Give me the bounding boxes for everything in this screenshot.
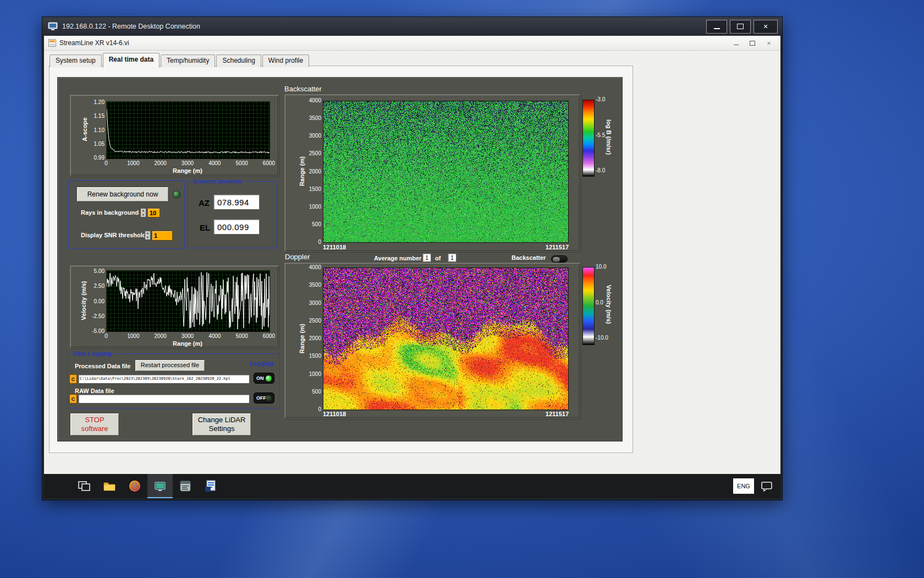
axis-tick: 1000 xyxy=(309,204,321,210)
a-scope-plot xyxy=(106,101,270,159)
axis-tick: 0 xyxy=(318,239,321,245)
axis-tick: 1.15 xyxy=(94,113,105,119)
axis-tick: 2.50 xyxy=(94,283,105,289)
restart-processed-file-button[interactable]: Restart processed file xyxy=(135,359,205,372)
stop-software-button[interactable]: STOPsoftware xyxy=(70,413,119,436)
backscatter-colorbar xyxy=(582,100,595,177)
axis-tick: -2.50 xyxy=(92,313,105,319)
restore-icon xyxy=(750,41,755,46)
a-scope-chart-panel: A-scope 1.201.151.101.050.99 01000200030… xyxy=(70,95,279,176)
tab-temp-humidity[interactable]: Temp/humidity xyxy=(161,54,215,67)
axis-tick: 3500 xyxy=(309,115,321,121)
minimize-icon xyxy=(714,28,720,29)
raw-path-drive-selector[interactable]: C xyxy=(69,394,77,403)
axis-tick: 2000 xyxy=(152,333,169,339)
snr-value-field[interactable]: 1 xyxy=(152,231,173,241)
axis-tick: 0 xyxy=(98,333,114,339)
remote-taskbar: ENG xyxy=(44,474,780,498)
spin-up-icon[interactable]: ▲ xyxy=(142,209,145,212)
axis-tick: 0 xyxy=(98,160,114,166)
axis-tick: 1.10 xyxy=(94,127,105,133)
rays-value-field[interactable]: 10 xyxy=(147,208,160,217)
axis-tick: 2000 xyxy=(309,168,321,175)
rdp-minimize-button[interactable] xyxy=(706,20,727,34)
renew-background-button[interactable]: Renew background now xyxy=(76,187,169,202)
app-minimize-button[interactable] xyxy=(728,37,744,48)
scanner-position-title: Scanner position xyxy=(191,178,243,184)
real-time-data-page: A-scope 1.201.151.101.050.99 01000200030… xyxy=(49,66,633,453)
tab-wind-profile[interactable]: Wind profile xyxy=(262,54,309,67)
backscatter-colorbar-label: log B (/m/sr) xyxy=(606,119,612,155)
axis-tick: 1000 xyxy=(309,371,321,377)
backscatter-toggle-label: Backscatter xyxy=(512,254,546,261)
axis-tick: 1000 xyxy=(125,333,141,339)
change-lidar-settings-button[interactable]: Change LiDARSettings xyxy=(192,413,251,436)
rdp-titlebar[interactable]: 192.168.0.122 - Remote Desktop Connectio… xyxy=(42,17,782,36)
data-logging-group: Data Logging Processed Data file Restart… xyxy=(67,353,280,408)
velocity-chart-panel: Velocity (m/s) 5.002.500.00-2.50-5.00 01… xyxy=(70,265,279,348)
snr-spinner[interactable]: ▲▼ xyxy=(145,231,151,240)
axis-tick: 3000 xyxy=(179,333,196,339)
app-close-button[interactable]: × xyxy=(761,37,777,48)
vi-document-icon xyxy=(48,39,56,47)
rdp-window-title: 192.168.0.122 - Remote Desktop Connectio… xyxy=(62,23,703,30)
taskbar-tray: ENG xyxy=(733,478,773,494)
remote-app-monitor-icon xyxy=(153,479,167,493)
average-total-field[interactable]: 1 xyxy=(448,253,457,262)
processed-logging-toggle[interactable]: ON xyxy=(254,373,274,384)
raw-logging-toggle[interactable]: OFF xyxy=(254,392,274,403)
average-number-field[interactable]: 1 xyxy=(422,253,431,262)
processed-path-field[interactable]: C:\Lidar\Data\Proc\2023\202309\20230920\… xyxy=(78,374,250,384)
az-label: AZ xyxy=(199,198,210,208)
scan-scheduler-button[interactable] xyxy=(173,474,198,498)
processed-path-drive-selector[interactable]: C xyxy=(69,374,77,384)
firefox-button[interactable] xyxy=(122,474,147,498)
tab-system-setup[interactable]: System setup xyxy=(50,54,102,67)
app-restore-button[interactable] xyxy=(744,37,761,48)
rdp-maximize-button[interactable] xyxy=(730,20,751,34)
scan-scheduler-icon xyxy=(178,479,193,493)
axis-tick: 5000 xyxy=(234,160,250,166)
language-indicator[interactable]: ENG xyxy=(733,478,754,494)
tab-scheduling[interactable]: Scheduling xyxy=(216,54,261,67)
logging-label: Logging xyxy=(248,360,275,367)
toggle-knob xyxy=(553,257,560,262)
file-explorer-button[interactable] xyxy=(97,474,122,498)
spin-down-icon[interactable]: ▼ xyxy=(142,214,145,216)
backscatter-heading: Backscatter xyxy=(284,85,322,93)
raw-data-file-label: RAW Data file xyxy=(75,388,114,394)
time-axis-end: 1211517 xyxy=(546,411,569,417)
axis-tick: 10.0 xyxy=(596,264,606,270)
axis-tick: 2500 xyxy=(309,318,321,324)
axis-tick: 3500 xyxy=(309,282,321,288)
rdp-computer-icon xyxy=(48,22,58,31)
velocity-x-ticks: 0100020003000400050006000 xyxy=(98,333,277,339)
chat-notification-icon[interactable] xyxy=(761,481,773,492)
rdp-close-button[interactable]: × xyxy=(754,20,778,34)
spin-down-icon[interactable]: ▼ xyxy=(146,236,149,239)
remote-desktop-session: StreamLine XR v14-6.vi × System setup Re… xyxy=(44,36,780,498)
raw-path-field[interactable] xyxy=(78,394,250,403)
backscatter-display-toggle[interactable] xyxy=(551,255,568,263)
streamline-app-window: StreamLine XR v14-6.vi × System setup Re… xyxy=(44,36,780,498)
blue-lines-app-button[interactable] xyxy=(198,474,223,498)
rays-spinner[interactable]: ▲▼ xyxy=(140,208,146,217)
axis-tick: 6000 xyxy=(261,160,277,166)
axis-tick: 500 xyxy=(312,221,321,227)
axis-tick: 0 xyxy=(318,406,321,412)
axis-tick: 0.0 xyxy=(596,299,603,306)
snr-threshold-label: Display SNR threshold xyxy=(81,232,146,238)
axis-tick: 5.00 xyxy=(94,268,105,274)
taskbar-icons xyxy=(72,474,223,498)
axis-tick: 1000 xyxy=(125,160,141,166)
rdp-window: 192.168.0.122 - Remote Desktop Connectio… xyxy=(42,17,783,500)
remote-app-button[interactable] xyxy=(147,474,173,498)
axis-tick: 500 xyxy=(312,389,321,395)
app-titlebar[interactable]: StreamLine XR v14-6.vi × xyxy=(44,36,780,51)
spin-up-icon[interactable]: ▲ xyxy=(146,232,149,235)
axis-tick: 2500 xyxy=(309,150,321,156)
tab-real-time-data[interactable]: Real time data xyxy=(103,53,160,68)
task-view-button[interactable] xyxy=(72,474,97,498)
background-renew-led xyxy=(173,190,180,198)
a-scope-y-ticks: 1.201.151.101.050.99 xyxy=(86,99,105,161)
